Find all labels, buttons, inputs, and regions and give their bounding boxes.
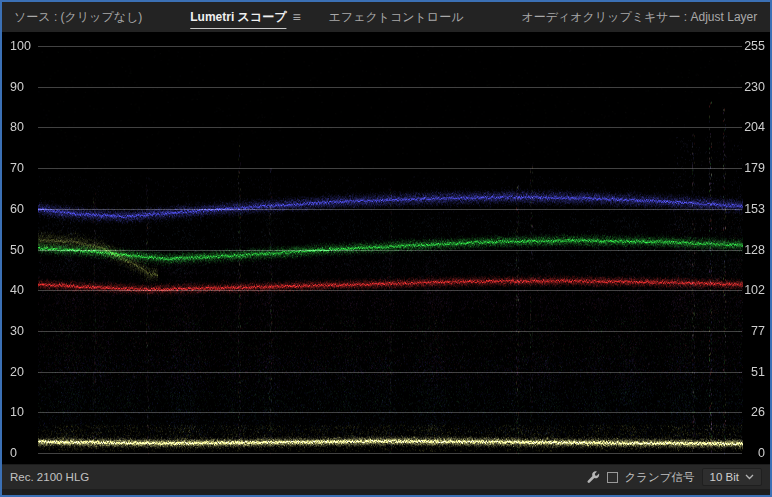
right-axis-label: 77 <box>737 323 765 339</box>
status-bar: Rec. 2100 HLG クランプ信号 10 Bit <box>2 464 770 489</box>
left-axis-label: 20 <box>10 364 38 380</box>
bit-depth-dropdown[interactable]: 10 Bit <box>702 468 762 486</box>
waveform-canvas <box>2 32 770 464</box>
left-axis-label: 10 <box>10 404 38 420</box>
right-axis-label: 51 <box>737 364 765 380</box>
left-axis-label: 80 <box>10 119 38 135</box>
right-axis-label: 153 <box>737 201 765 217</box>
left-axis-label: 100 <box>10 38 38 54</box>
right-axis-label: 204 <box>737 119 765 135</box>
bit-depth-value: 10 Bit <box>710 471 739 483</box>
clamp-signal-label: クランプ信号 <box>625 470 695 485</box>
right-axis-label: 230 <box>737 79 765 95</box>
right-axis-label: 26 <box>737 404 765 420</box>
status-bar-controls: クランプ信号 10 Bit <box>587 468 763 486</box>
right-axis-label: 179 <box>737 160 765 176</box>
left-axis-label: 70 <box>10 160 38 176</box>
lumetri-scopes-panel: ソース : (クリップなし) Lumetri スコープ ≡ エフェクトコントロー… <box>0 0 772 497</box>
chevron-down-icon <box>745 474 754 480</box>
left-axis-label: 0 <box>10 445 38 461</box>
waveform-scope: 100 90 80 70 60 50 40 30 20 10 0 255 230… <box>2 32 770 464</box>
left-axis-label: 50 <box>10 242 38 258</box>
right-axis-label: 0 <box>737 445 765 461</box>
panel-bottom-edge <box>2 489 770 495</box>
tab-source[interactable]: ソース : (クリップなし) <box>2 9 154 26</box>
right-axis-label: 102 <box>737 282 765 298</box>
wrench-settings-icon[interactable] <box>587 471 600 484</box>
right-axis-label: 128 <box>737 242 765 258</box>
colorspace-label: Rec. 2100 HLG <box>10 471 89 483</box>
tab-lumetri-scopes[interactable]: Lumetri スコープ <box>178 9 298 26</box>
left-axis-label: 90 <box>10 79 38 95</box>
left-axis-label: 60 <box>10 201 38 217</box>
panel-tab-bar: ソース : (クリップなし) Lumetri スコープ ≡ エフェクトコントロー… <box>2 2 770 32</box>
wrench-icon <box>587 471 600 484</box>
left-axis-label: 30 <box>10 323 38 339</box>
tab-audio-clip-mixer[interactable]: オーディオクリップミキサー : Adjust Layer <box>509 9 769 26</box>
right-axis-label: 255 <box>737 38 765 54</box>
left-axis-label: 40 <box>10 282 38 298</box>
clamp-signal-checkbox[interactable] <box>607 472 618 483</box>
panel-menu-icon[interactable]: ≡ <box>292 9 310 25</box>
tab-effect-controls[interactable]: エフェクトコントロール <box>317 9 476 26</box>
